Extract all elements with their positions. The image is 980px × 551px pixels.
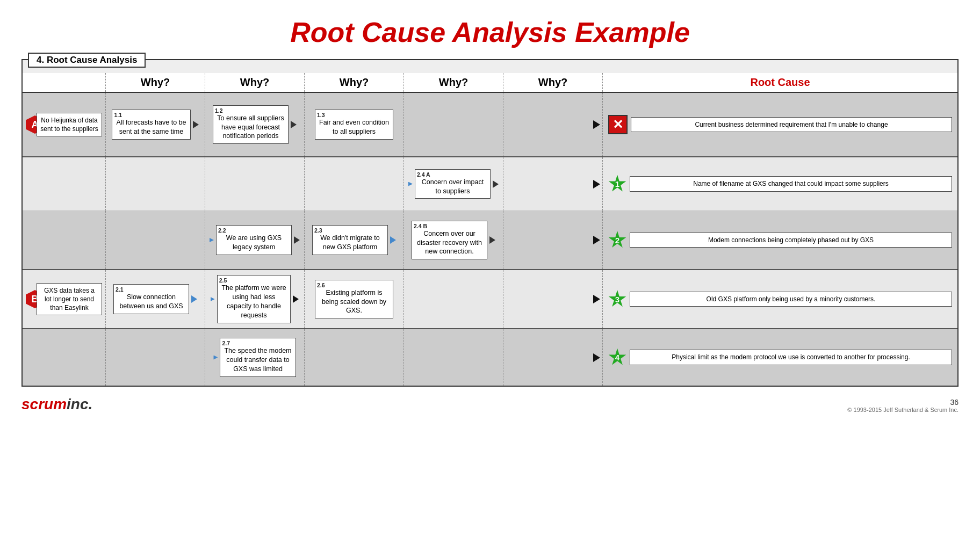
copyright: © 1993-2015 Jeff Sutherland & Scrum Inc. xyxy=(847,407,959,413)
arrow-2-5-right xyxy=(293,295,299,303)
col-header-why1: Why? xyxy=(106,73,205,92)
arrow-to-root-3 xyxy=(593,295,600,303)
root-cause-x-box: Current business determined requirement … xyxy=(631,117,952,132)
diagram-label: 4. Root Cause Analysis xyxy=(28,53,146,68)
arrow-2-2-right xyxy=(294,236,300,244)
box-2-2: 2.2 We are using GXS legacy system xyxy=(216,225,292,255)
diagram-wrapper: 4. Root Cause Analysis Why? Why? Why? Wh… xyxy=(21,59,959,387)
box-2-4a: 2.4 A Concern over impact to suppliers xyxy=(415,169,491,199)
arrow-2-3-right xyxy=(390,236,396,244)
arrow-2-4a-indicator xyxy=(408,182,413,186)
arrow-to-root-x xyxy=(593,120,600,129)
arrow-2-4b-right xyxy=(489,236,495,244)
arrow-1-1-right xyxy=(193,121,199,128)
problem-a-box: No Heijunka of data sent to the supplier… xyxy=(37,113,102,136)
root-cause-1-box: Name of filename at GXS changed that cou… xyxy=(630,176,952,191)
col-header-why4: Why? xyxy=(404,73,503,92)
star-badge-2: 2 xyxy=(608,231,626,249)
xbox-badge: ✕ xyxy=(608,115,628,134)
arrow-to-root-1 xyxy=(593,180,600,189)
arrow-2-4a-right xyxy=(493,180,499,188)
footer: scruminc. 36 © 1993-2015 Jeff Sutherland… xyxy=(0,389,980,418)
col-header-why5: Why? xyxy=(503,73,603,92)
star-badge-1: 1 xyxy=(608,175,626,193)
col-header-why3: Why? xyxy=(305,73,404,92)
page-title: Root Cause Analysis Example xyxy=(0,0,980,59)
box-2-4b: 2.4 B Concern over our disaster recovery… xyxy=(412,221,487,260)
arrow-2-7-indicator xyxy=(213,356,218,360)
box-2-5: 2.5 The platform we were using had less … xyxy=(217,275,291,323)
box-2-3: 2.3 We didn't migrate to new GXS platfor… xyxy=(312,225,388,255)
arrow-2-5-indicator xyxy=(211,297,215,301)
page-number: 36 xyxy=(847,398,959,407)
col-header-root-cause: Root Cause xyxy=(603,73,957,92)
box-1-3: 1.3 Fair and even condition to all suppl… xyxy=(315,110,393,140)
problem-b-box: GXS data takes a lot longer to send than… xyxy=(37,283,102,316)
arrow-2-1-right xyxy=(191,295,197,303)
box-2-7: 2.7 The speed the modem could transfer d… xyxy=(220,338,296,377)
box-2-6: 2.6 Existing platform is being scaled do… xyxy=(315,280,393,319)
box-2-1: 2.1 Slow connection between us and GXS xyxy=(113,284,189,314)
box-1-2: 1.2 To ensure all suppliers have equal f… xyxy=(213,105,289,144)
root-cause-2-box: Modem connections being completely phase… xyxy=(630,233,952,248)
star-badge-3: 3 xyxy=(608,290,626,308)
arrow-to-root-4 xyxy=(593,353,600,362)
arrow-2-2-indicator xyxy=(210,238,214,242)
arrow-1-2-right xyxy=(291,121,297,128)
root-cause-3-box: Old GXS platform only being used by a mi… xyxy=(630,292,952,307)
scruminc-logo: scruminc. xyxy=(21,396,92,413)
star-badge-4: 4 xyxy=(608,349,626,367)
box-1-1: 1.1 All forecasts have to be sent at the… xyxy=(112,110,190,140)
arrow-to-root-2 xyxy=(593,236,600,244)
col-header-why2: Why? xyxy=(205,73,305,92)
root-cause-4-box: Physical limit as the modem protocol we … xyxy=(630,350,952,365)
